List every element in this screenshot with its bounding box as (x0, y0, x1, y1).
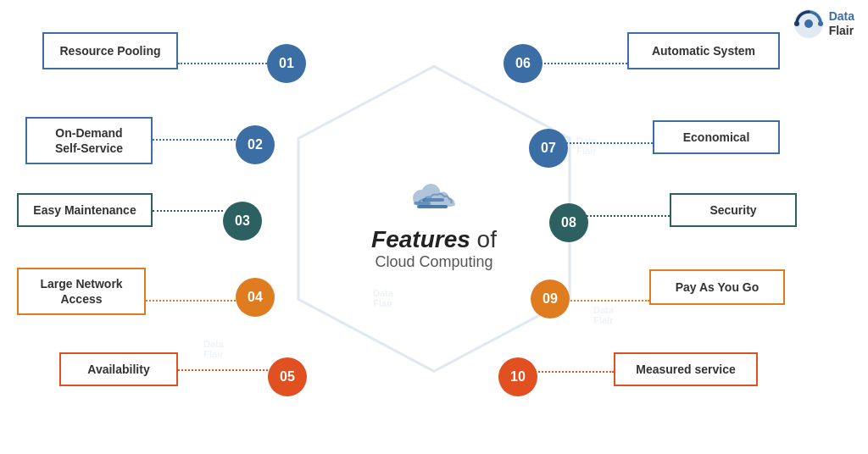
svg-point-2 (818, 21, 823, 26)
svg-point-3 (794, 21, 799, 26)
dot-line-01 (178, 63, 267, 64)
dot-line-07 (563, 142, 653, 144)
main-subtitle: Cloud Computing (371, 253, 497, 271)
logo-text: Data Flair (829, 9, 854, 38)
label-box-01: Resource Pooling (42, 32, 178, 69)
num-circle-04: 04 (236, 278, 275, 317)
dot-line-09 (565, 300, 649, 302)
num-circle-06: 06 (504, 44, 542, 83)
watermark-3: DataFlair (576, 136, 597, 156)
label-box-08: Security (670, 193, 797, 227)
num-circle-08: 08 (549, 203, 588, 242)
label-box-04: Large NetworkAccess (17, 268, 146, 315)
svg-rect-7 (417, 205, 448, 208)
label-box-06: Automatic System (627, 32, 780, 69)
cloud-icon (371, 183, 497, 223)
main-title: Features of (371, 226, 497, 253)
dot-line-04 (146, 300, 236, 302)
num-circle-03: 03 (223, 202, 262, 241)
dot-line-08 (583, 215, 670, 217)
dot-line-10 (532, 371, 614, 373)
dot-line-02 (153, 139, 236, 141)
num-circle-02: 02 (236, 125, 275, 164)
label-box-05: Availability (59, 352, 178, 386)
label-box-03: Easy Maintenance (17, 193, 153, 227)
label-box-07: Economical (653, 120, 780, 154)
num-circle-07: 07 (529, 129, 568, 168)
dot-line-03 (153, 210, 223, 212)
label-box-02: On-DemandSelf-Service (25, 117, 153, 164)
watermark-5: DataFlair (593, 305, 614, 325)
center-content: Features of Cloud Computing (371, 183, 497, 271)
num-circle-10: 10 (498, 357, 537, 396)
dataflair-logo: Data Flair (793, 8, 854, 39)
dot-line-05 (178, 369, 268, 371)
label-box-09: Pay As You Go (649, 269, 785, 305)
num-circle-09: 09 (531, 280, 570, 318)
label-box-10: Measured service (614, 352, 758, 386)
dot-line-06 (537, 63, 627, 64)
num-circle-01: 01 (267, 44, 306, 83)
num-circle-05: 05 (268, 357, 307, 396)
svg-rect-5 (414, 202, 431, 205)
svg-point-1 (804, 19, 813, 28)
watermark-4: DataFlair (203, 339, 224, 359)
